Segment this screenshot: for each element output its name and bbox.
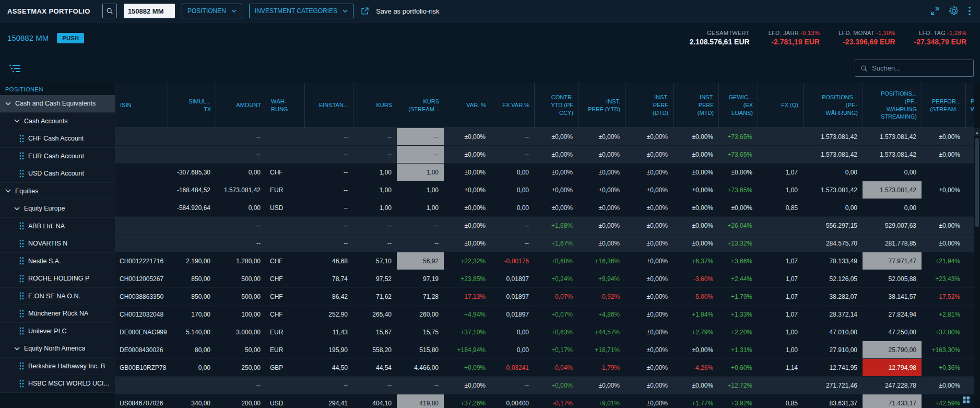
table-row-equity-europe[interactable]: --------±0,00%--+1,67%±0,00%±0,00%±0,00%… [115, 235, 974, 252]
column-header-perfor-stream[interactable]: PERFOR... (STREAM... [922, 83, 965, 127]
column-header-contr-ytd-pf-ccy[interactable]: CONTR. YTD (PF CCY) [534, 83, 578, 127]
cell: 38.141,57 [863, 288, 922, 305]
sidebar-item-hsbc-msci-world-uci[interactable]: HSBC MSCI WORLD UCI... [0, 375, 115, 393]
sidebar-item-cash-accounts[interactable]: Cash Accounts [0, 113, 115, 131]
column-header-kurs-stream[interactable]: KURS (STREAM... [397, 83, 444, 127]
push-badge[interactable]: PUSH [57, 33, 84, 43]
table-row-equities[interactable]: --------±0,00%--+1,68%±0,00%±0,00%±0,00%… [115, 217, 974, 235]
cell: DE0008430026 [115, 341, 168, 358]
sidebar-item-unilever-plc[interactable]: Unilever PLC [0, 323, 115, 341]
sidebar-item-cash-and-cash-equivalents[interactable]: Cash and Cash Equivalents [0, 95, 115, 113]
column-header-fx-var[interactable]: FX VAR.% [491, 83, 534, 127]
column-header-einstan[interactable]: EINSTAN... [304, 83, 353, 127]
cell [168, 377, 216, 394]
column-header-wäh-rung[interactable]: WÄH- RUNG [266, 83, 304, 127]
scrollbar-track[interactable] [974, 136, 980, 408]
cell: 56,92 [397, 252, 444, 270]
scroll-up-button[interactable]: ▲ [974, 128, 980, 136]
hierarchy-icon[interactable] [9, 64, 21, 73]
column-header-var[interactable]: VAR. % [444, 83, 491, 127]
scrollbar-thumb[interactable] [975, 138, 979, 227]
cell: -- [353, 377, 397, 394]
cell: ±0,00% [534, 128, 578, 145]
cell: 0,01897 [491, 306, 534, 323]
cell: ±0,00% [534, 199, 578, 216]
table-row-eur-cash-account[interactable]: -168.484,521.573.081,42EUR--1,001,00±0,0… [115, 181, 974, 199]
summary-stat: GESAMTWERT 2.108.576,61 EUR [689, 30, 749, 46]
table-row-e-on-se-na-o-n[interactable]: DE000ENAG9995.140,003.000,00EUR11,4315,6… [115, 323, 974, 341]
cell: 294,41 [304, 394, 353, 408]
chevron-down-icon[interactable] [5, 189, 11, 193]
cell: 1,07 [758, 306, 803, 323]
column-header-inst-perf-dtd[interactable]: INST. PERF (DTD) [625, 83, 673, 127]
table-row-berkshire-hathaway-inc-b[interactable]: US0846707026340,00200,00USD294,41404,104… [115, 394, 974, 408]
vertical-scrollbar[interactable]: ▲ [974, 83, 980, 408]
gear-icon[interactable] [949, 6, 959, 16]
table-row-unilever-plc[interactable]: GB00B10RZP780,00250,00GBP44,5044,544.466… [115, 359, 974, 377]
sidebar-item-novartis-n[interactable]: NOVARTIS N [0, 235, 115, 253]
portfolio-name[interactable]: 150882 MM [7, 33, 49, 42]
search-button[interactable] [102, 4, 117, 18]
external-link-icon[interactable] [360, 7, 369, 16]
table-row-equity-north-america[interactable]: --------±0,00%--+0,00%±0,00%±0,00%±0,00%… [115, 377, 974, 394]
column-header-inst-perf-ytd[interactable]: INST. PERF (YTD) [578, 83, 625, 127]
cell: -0,00176 [491, 252, 534, 270]
table-search-box[interactable] [855, 60, 974, 77]
column-header-positions-pf-währung-streaming[interactable]: POSITIONS... (PF.- WÄHRUNG STREAMING) [863, 83, 922, 127]
table-row-cash-and-cash-equivalents[interactable]: --------±0,00%--±0,00%±0,00%±0,00%±0,00%… [115, 128, 974, 146]
sidebar-item-nestle-s-a[interactable]: Nestle S.A. [0, 253, 115, 271]
cell: 247.228,78 [863, 377, 922, 394]
sidebar-item-usd-cash-account[interactable]: USD Cash Account [0, 165, 115, 183]
column-header-inst-perf-mtd[interactable]: INST. PERF (MTD) [673, 83, 718, 127]
sidebar-item-e-on-se-na-o-n[interactable]: E.ON SE NA O.N. [0, 288, 115, 306]
cell: ±0,00% [444, 235, 491, 252]
column-header-kurs[interactable]: KURS [353, 83, 397, 127]
cell: -- [397, 217, 444, 234]
table-row-chf-cash-account[interactable]: -307.685,300,00CHF--1,001,00±0,00%0,00±0… [115, 164, 974, 181]
sidebar-item-berkshire-hathaway-inc-b[interactable]: Berkshire Hathaway Inc. B [0, 358, 115, 376]
column-header-isin[interactable]: ISIN [115, 83, 168, 127]
cell: ±0,00% [922, 146, 965, 163]
column-header-fx-q[interactable]: FX (Q) [758, 83, 803, 127]
sidebar-item-label: ROCHE HOLDING P [28, 275, 89, 282]
sidebar-item-eur-cash-account[interactable]: EUR Cash Account [0, 148, 115, 166]
table-row-roche-holding-p[interactable]: CH0012032048170,00100,00CHF252,90265,402… [115, 306, 974, 323]
table-row-abb-ltd-na[interactable]: CH00122217162.190,001.280,00CHF46,6857,1… [115, 252, 974, 270]
table-row-novartis-n[interactable]: CH0012005267850,00500,00CHF78,7497,5297,… [115, 270, 974, 288]
table-row-cash-accounts[interactable]: --------±0,00%--±0,00%±0,00%±0,00%±0,00%… [115, 146, 974, 164]
sidebar-item-abb-ltd-na[interactable]: ABB Ltd. NA [0, 218, 115, 236]
cell: 170,00 [168, 306, 216, 323]
column-header-positions-pf-währung[interactable]: POSITIONS... (PF.- WÄHRUNG) [803, 83, 863, 127]
kebab-menu-icon[interactable] [969, 6, 971, 16]
sidebar-item-equities[interactable]: Equities [0, 183, 115, 201]
positions-dropdown[interactable]: POSITIONEN [182, 4, 242, 18]
sidebar-item-münchener-rück-na[interactable]: Münchener Rück NA [0, 305, 115, 323]
column-header-gewic-ex-loans[interactable]: GEWIC... (EX LOANS) [718, 83, 758, 127]
cell: 1,14 [758, 359, 803, 376]
chevron-down-icon[interactable] [14, 347, 20, 351]
cell: 15,67 [353, 323, 397, 341]
cell: 44,50 [304, 359, 353, 376]
sidebar-item-chf-cash-account[interactable]: CHF Cash Account [0, 130, 115, 148]
column-header-amount[interactable]: AMOUNT [216, 83, 266, 127]
grid-view-icon[interactable] [963, 396, 970, 405]
table-row-münchener-rück-na[interactable]: DE000843002680,0050,00EUR195,90558,20515… [115, 341, 974, 359]
chevron-down-icon[interactable] [14, 207, 20, 211]
chevron-down-icon[interactable] [14, 119, 20, 123]
portfolio-id-input[interactable] [124, 4, 175, 18]
fullscreen-icon[interactable] [930, 7, 939, 16]
table-row-nestle-s-a[interactable]: CH0038863350850,00500,00CHF86,4271,6271,… [115, 288, 974, 306]
sidebar-item-roche-holding-p[interactable]: ROCHE HOLDING P [0, 270, 115, 288]
chevron-down-icon[interactable] [5, 102, 11, 106]
sidebar-item-equity-north-america[interactable]: Equity North America [0, 340, 115, 358]
column-header-simul-tx[interactable]: SIMUL... TX [168, 83, 216, 127]
cell: 27.824,94 [863, 306, 922, 323]
save-as-portfolio-risk-label[interactable]: Save as portfolio-risk [376, 7, 439, 15]
cell: 1,00 [353, 199, 397, 216]
investment-categories-dropdown[interactable]: INVESTMENT CATEGORIES [249, 4, 353, 18]
table-row-usd-cash-account[interactable]: -584.920,640,00USD--1,001,00±0,00%0,00±0… [115, 199, 974, 217]
sidebar-item-equity-europe[interactable]: Equity Europe [0, 200, 115, 218]
search-input[interactable] [872, 64, 968, 72]
cell: ±0,00% [625, 306, 673, 323]
column-header-pe-wä[interactable]: PE... WÄ... [965, 83, 974, 127]
